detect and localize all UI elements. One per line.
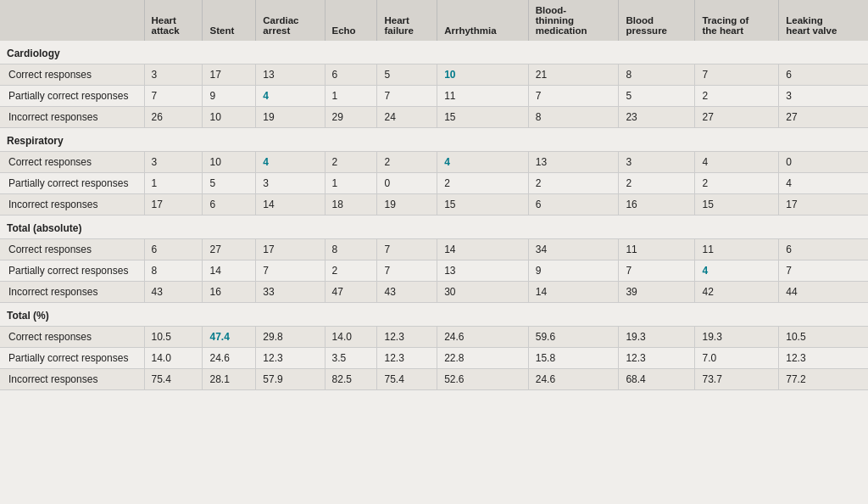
cell-value: 33 — [256, 282, 325, 303]
cell-value: 1 — [325, 86, 377, 107]
table-row: Partially correct responses14.024.612.33… — [0, 348, 868, 369]
cell-value: 2 — [325, 152, 377, 173]
cell-value: 7 — [619, 260, 695, 282]
cell-value: 2 — [619, 173, 695, 194]
cell-value: 5 — [619, 86, 695, 107]
cell-value: 44 — [779, 282, 868, 303]
cell-value: 6 — [325, 64, 377, 86]
cell-value: 4 — [256, 152, 325, 173]
cell-value: 27 — [203, 239, 256, 260]
cell-value: 29.8 — [256, 327, 325, 348]
row-label: Correct responses — [0, 239, 144, 260]
cell-value: 52.6 — [437, 369, 529, 390]
cell-value: 3 — [779, 86, 868, 107]
cell-value: 2 — [695, 173, 779, 194]
cell-value: 75.4 — [377, 369, 437, 390]
col-header-10: Leakingheart valve — [779, 0, 868, 41]
cell-value: 7 — [256, 260, 325, 282]
cell-value: 59.6 — [528, 327, 619, 348]
cell-value: 7 — [779, 260, 868, 282]
cell-value: 1 — [144, 173, 203, 194]
cell-value: 42 — [695, 282, 779, 303]
cell-value: 14 — [256, 194, 325, 216]
table-row: Correct responses6271787143411116 — [0, 239, 868, 260]
cell-value: 19.3 — [619, 327, 695, 348]
cell-value: 14.0 — [144, 348, 203, 369]
table-row: Incorrect responses176141819156161517 — [0, 194, 868, 216]
cell-value: 21 — [528, 64, 619, 86]
cell-value: 17 — [779, 194, 868, 216]
cell-value: 29 — [325, 107, 377, 128]
col-header-6: Arrhythmia — [437, 0, 529, 41]
cell-value: 23 — [619, 107, 695, 128]
cell-value: 10.5 — [144, 327, 203, 348]
cell-value: 34 — [528, 239, 619, 260]
cell-value: 14 — [528, 282, 619, 303]
section-title-3: Total (%) — [0, 303, 868, 327]
cell-value: 4 — [256, 86, 325, 107]
cell-value: 14 — [203, 260, 256, 282]
table-row: Incorrect responses75.428.157.982.575.45… — [0, 369, 868, 390]
col-header-1: Heartattack — [144, 0, 203, 41]
cell-value: 16 — [203, 282, 256, 303]
cell-value: 10 — [437, 64, 529, 86]
table-row: Partially correct responses79417117523 — [0, 86, 868, 107]
cell-value: 10.5 — [779, 327, 868, 348]
cell-value: 8 — [528, 107, 619, 128]
cell-value: 15 — [437, 107, 529, 128]
cell-value: 57.9 — [256, 369, 325, 390]
cell-value: 47 — [325, 282, 377, 303]
row-label: Correct responses — [0, 152, 144, 173]
col-header-9: Tracing ofthe heart — [695, 0, 779, 41]
cell-value: 8 — [325, 239, 377, 260]
cell-value: 28.1 — [203, 369, 256, 390]
row-label: Partially correct responses — [0, 260, 144, 282]
cell-value: 82.5 — [325, 369, 377, 390]
cell-value: 11 — [437, 86, 529, 107]
cell-value: 2 — [528, 173, 619, 194]
cell-value: 75.4 — [144, 369, 203, 390]
cell-value: 7 — [528, 86, 619, 107]
cell-value: 7 — [377, 86, 437, 107]
cell-value: 12.3 — [377, 348, 437, 369]
row-label: Incorrect responses — [0, 194, 144, 216]
cell-value: 9 — [528, 260, 619, 282]
row-label: Incorrect responses — [0, 107, 144, 128]
cell-value: 14.0 — [325, 327, 377, 348]
cell-value: 27 — [779, 107, 868, 128]
cell-value: 4 — [695, 152, 779, 173]
cell-value: 12.3 — [779, 348, 868, 369]
data-table: HeartattackStentCardiacarrestEchoHeartfa… — [0, 0, 868, 390]
row-label: Incorrect responses — [0, 369, 144, 390]
cell-value: 4 — [779, 173, 868, 194]
cell-value: 11 — [695, 239, 779, 260]
cell-value: 2 — [377, 152, 437, 173]
cell-value: 7.0 — [695, 348, 779, 369]
section-title-1: Respiratory — [0, 128, 868, 152]
row-label: Partially correct responses — [0, 86, 144, 107]
cell-value: 22.8 — [437, 348, 529, 369]
table-row: Correct responses310422413340 — [0, 152, 868, 173]
col-header-7: Blood-thinningmedication — [528, 0, 619, 41]
cell-value: 7 — [377, 239, 437, 260]
row-label: Partially correct responses — [0, 173, 144, 194]
cell-value: 77.2 — [779, 369, 868, 390]
table-row: Correct responses10.547.429.814.012.324.… — [0, 327, 868, 348]
cell-value: 17 — [203, 64, 256, 86]
cell-value: 7 — [144, 86, 203, 107]
cell-value: 12.3 — [619, 348, 695, 369]
cell-value: 16 — [619, 194, 695, 216]
cell-value: 47.4 — [203, 327, 256, 348]
cell-value: 19.3 — [695, 327, 779, 348]
cell-value: 24.6 — [437, 327, 529, 348]
cell-value: 12.3 — [256, 348, 325, 369]
cell-value: 30 — [437, 282, 529, 303]
cell-value: 5 — [377, 64, 437, 86]
cell-value: 8 — [144, 260, 203, 282]
cell-value: 39 — [619, 282, 695, 303]
table-row: Partially correct responses814727139747 — [0, 260, 868, 282]
cell-value: 11 — [619, 239, 695, 260]
cell-value: 10 — [203, 107, 256, 128]
cell-value: 4 — [695, 260, 779, 282]
cell-value: 0 — [779, 152, 868, 173]
